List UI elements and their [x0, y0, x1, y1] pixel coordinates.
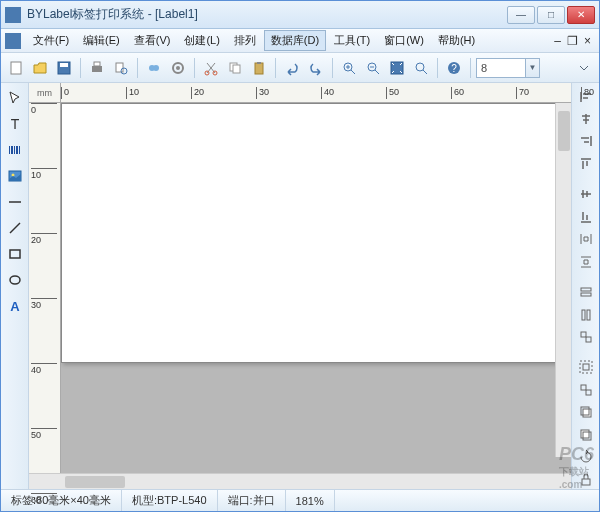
svg-text:A: A: [10, 299, 20, 314]
svg-rect-48: [582, 479, 590, 485]
ungroup-tool[interactable]: [575, 380, 597, 399]
titlebar: BYLabel标签打印系统 - [Label1] — □ ✕: [1, 1, 599, 29]
svg-rect-28: [19, 146, 20, 154]
menu-window[interactable]: 窗口(W): [378, 31, 430, 50]
svg-rect-44: [583, 409, 591, 417]
mdi-close-icon[interactable]: ×: [584, 34, 591, 48]
canvas-area[interactable]: [61, 103, 571, 473]
barcode-tool[interactable]: [4, 139, 26, 161]
svg-rect-38: [581, 332, 586, 337]
svg-text:T: T: [10, 116, 19, 132]
svg-rect-0: [11, 62, 21, 74]
send-back-tool[interactable]: [575, 425, 597, 444]
copy-button[interactable]: [224, 57, 246, 79]
svg-rect-42: [581, 385, 586, 390]
image-tool[interactable]: [4, 165, 26, 187]
same-size-tool[interactable]: [575, 327, 597, 346]
zoomin-button[interactable]: [338, 57, 360, 79]
link-button[interactable]: [143, 57, 165, 79]
svg-rect-5: [116, 63, 123, 72]
align-right-tool[interactable]: [575, 132, 597, 151]
save-button[interactable]: [53, 57, 75, 79]
fontsize-dropdown-icon[interactable]: ▼: [526, 58, 540, 78]
cut-button[interactable]: [200, 57, 222, 79]
menu-help[interactable]: 帮助(H): [432, 31, 481, 50]
svg-rect-40: [580, 361, 592, 373]
align-center-h-tool[interactable]: [575, 109, 597, 128]
fit-button[interactable]: [386, 57, 408, 79]
svg-rect-46: [581, 430, 589, 438]
zoom-button[interactable]: [410, 57, 432, 79]
svg-point-8: [153, 65, 159, 71]
select-tool[interactable]: [4, 87, 26, 109]
mdi-minimize-icon[interactable]: –: [554, 34, 561, 48]
svg-rect-31: [10, 250, 20, 258]
fontsize-input[interactable]: 8: [476, 58, 526, 78]
ruler-unit: mm: [29, 83, 61, 102]
open-button[interactable]: [29, 57, 51, 79]
rotate-tool[interactable]: [575, 447, 597, 466]
distribute-v-tool[interactable]: [575, 252, 597, 271]
ellipse-tool[interactable]: [4, 269, 26, 291]
group-tool[interactable]: [575, 358, 597, 377]
app-menu-icon[interactable]: [5, 33, 21, 49]
same-width-tool[interactable]: [575, 282, 597, 301]
svg-rect-25: [11, 146, 13, 154]
menu-file[interactable]: 文件(F): [27, 31, 75, 50]
distribute-h-tool[interactable]: [575, 229, 597, 248]
scrollbar-thumb[interactable]: [65, 476, 125, 488]
minimize-button[interactable]: —: [507, 6, 535, 24]
svg-point-20: [416, 63, 424, 71]
scrollbar-thumb[interactable]: [558, 111, 570, 151]
svg-rect-34: [581, 288, 591, 291]
svg-rect-35: [581, 293, 591, 296]
mdi-restore-icon[interactable]: ❐: [567, 34, 578, 48]
statusbar: 标签:80毫米×40毫米 机型:BTP-L540 端口:并口 181%: [1, 489, 599, 511]
label-page[interactable]: [61, 103, 571, 363]
paste-button[interactable]: [248, 57, 270, 79]
svg-rect-3: [92, 66, 102, 72]
lock-tool[interactable]: [575, 470, 597, 489]
right-toolbox: [571, 83, 599, 489]
text-tool[interactable]: T: [4, 113, 26, 135]
vertical-scrollbar[interactable]: [555, 103, 571, 457]
menu-edit[interactable]: 编辑(E): [77, 31, 126, 50]
undo-button[interactable]: [281, 57, 303, 79]
toolbar-overflow-icon[interactable]: [573, 57, 595, 79]
svg-rect-14: [233, 65, 240, 73]
align-top-tool[interactable]: [575, 154, 597, 173]
svg-point-32: [10, 276, 20, 284]
preview-button[interactable]: [110, 57, 132, 79]
zoomout-button[interactable]: [362, 57, 384, 79]
menu-tools[interactable]: 工具(T): [328, 31, 376, 50]
menu-database[interactable]: 数据库(D): [264, 30, 326, 51]
align-bottom-tool[interactable]: [575, 207, 597, 226]
settings-button[interactable]: [167, 57, 189, 79]
svg-rect-16: [257, 62, 261, 64]
svg-text:?: ?: [451, 63, 457, 74]
menu-view[interactable]: 查看(V): [128, 31, 177, 50]
print-button[interactable]: [86, 57, 108, 79]
align-middle-tool[interactable]: [575, 185, 597, 204]
vertical-ruler: 0102030405060: [29, 103, 61, 473]
svg-rect-37: [587, 310, 590, 320]
horizontal-ruler: 01020304050607080: [61, 83, 571, 102]
horizontal-scrollbar[interactable]: [61, 474, 571, 489]
redo-button[interactable]: [305, 57, 327, 79]
menu-create[interactable]: 创建(L): [178, 31, 225, 50]
new-button[interactable]: [5, 57, 27, 79]
menu-arrange[interactable]: 排列: [228, 31, 262, 50]
close-button[interactable]: ✕: [567, 6, 595, 24]
help-button[interactable]: ?: [443, 57, 465, 79]
dline-tool[interactable]: [4, 217, 26, 239]
maximize-button[interactable]: □: [537, 6, 565, 24]
rect-tool[interactable]: [4, 243, 26, 265]
textart-tool[interactable]: A: [4, 295, 26, 317]
same-height-tool[interactable]: [575, 305, 597, 324]
svg-rect-36: [582, 310, 585, 320]
svg-rect-26: [14, 146, 15, 154]
app-icon: [5, 7, 21, 23]
svg-rect-4: [94, 62, 100, 66]
hline-tool[interactable]: [4, 191, 26, 213]
bring-front-tool[interactable]: [575, 403, 597, 422]
